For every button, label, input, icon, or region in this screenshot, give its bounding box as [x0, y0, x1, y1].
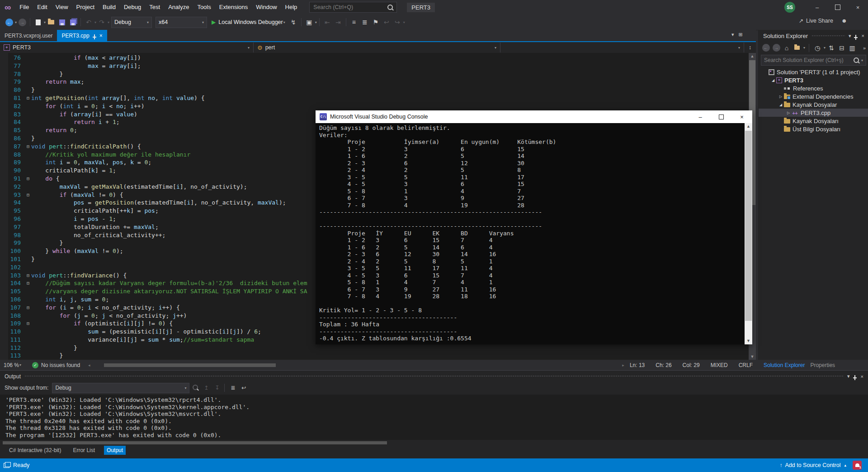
menu-project[interactable]: Project	[72, 0, 99, 14]
code-text[interactable]: totalDuration += maxVal;	[31, 223, 159, 231]
solution-platforms-button[interactable]: ▣	[304, 17, 315, 28]
line-number[interactable]: 82	[0, 102, 21, 110]
code-text[interactable]: return max;	[31, 78, 84, 86]
code-text[interactable]: do {	[31, 175, 60, 183]
code-text[interactable]: if (max < array[i])	[31, 54, 141, 62]
code-text[interactable]: //Düğüm sayısı kadar Varyans deger formu…	[31, 279, 307, 287]
menu-analyze[interactable]: Analyze	[164, 0, 193, 14]
line-number[interactable]: 76	[0, 54, 21, 62]
menu-test[interactable]: Test	[145, 0, 164, 14]
uncomment-lines-button[interactable]: ≣	[359, 17, 370, 28]
fold-marker[interactable]: ⊟	[25, 191, 31, 199]
menu-edit[interactable]: Edit	[33, 0, 51, 14]
code-text[interactable]: //Kritik yol maximum değer ile hesaplanı…	[31, 151, 190, 159]
goto-next-message-icon[interactable]: ↧	[212, 385, 222, 391]
solution-explorer-search-input[interactable]: Search Solution Explorer (Ctrl+ş) ▾	[761, 55, 866, 66]
open-file-button[interactable]	[46, 17, 57, 28]
code-text[interactable]: void pert::findVariance() {	[31, 272, 127, 280]
toolbar-overflow[interactable]: »	[863, 45, 866, 51]
line-number[interactable]: 112	[0, 344, 21, 352]
bookmark-button[interactable]: ⚑	[370, 17, 381, 28]
indent-decrease-button[interactable]: ⇤	[322, 17, 333, 28]
scroll-down-icon[interactable]: ▼	[749, 353, 756, 360]
menu-view[interactable]: View	[52, 0, 72, 14]
configuration-dropdown[interactable]: Debug▾	[111, 17, 152, 28]
line-number[interactable]: 106	[0, 296, 21, 304]
line-number[interactable]: 102	[0, 263, 21, 272]
code-text[interactable]: i = pos - 1;	[31, 215, 116, 223]
code-text[interactable]: for (int i = 0; i < no; i++)	[31, 102, 145, 110]
menu-debug[interactable]: Debug	[120, 0, 145, 14]
filter-dropdown[interactable]: ▾	[824, 46, 826, 50]
fold-marker[interactable]: ⊟	[25, 94, 31, 102]
pin-icon[interactable]	[855, 35, 856, 37]
code-text[interactable]: criticalPath[++k] = pos;	[31, 207, 159, 215]
tab-solution-explorer[interactable]: Solution Explorer	[764, 362, 805, 368]
menu-file[interactable]: File	[15, 0, 33, 14]
run-dropdown[interactable]: ▾	[283, 20, 285, 24]
save-button[interactable]	[57, 17, 67, 28]
word-wrap-icon[interactable]: ↩	[239, 385, 249, 391]
line-number[interactable]: 96	[0, 215, 21, 223]
tree-item-kaynak-dosyalar[interactable]: ◢Kaynak Dosyalar	[759, 100, 868, 109]
tab-pert3-cpp[interactable]: PERT3.cpp ×	[57, 30, 107, 41]
code-text[interactable]: }	[31, 86, 35, 94]
split-editor-handle[interactable]: ↕	[744, 44, 756, 51]
tree-item-references[interactable]: References	[759, 84, 868, 92]
tree-item-external-dependencies[interactable]: ▷External Dependencies	[759, 92, 868, 100]
tab-error-list[interactable]: Error List	[70, 446, 98, 455]
previous-bookmark-button[interactable]: ↩	[381, 17, 392, 28]
console-close-button[interactable]: ×	[731, 110, 752, 123]
code-text[interactable]: //varyans deger dizisine aktarıyoruz.NOT…	[31, 287, 307, 296]
line-number[interactable]: 85	[0, 126, 21, 134]
output-header[interactable]: Output ▾ ×	[0, 371, 868, 382]
show-all-files-button[interactable]: ▥	[848, 43, 857, 53]
indent-increase-button[interactable]: ⇥	[333, 17, 344, 28]
code-text[interactable]: }	[31, 134, 35, 143]
menu-window[interactable]: Window	[252, 0, 281, 14]
attach-to-process-button[interactable]: ↯	[288, 17, 299, 28]
code-text[interactable]: return i + 1;	[31, 118, 120, 126]
line-number[interactable]: 87	[0, 143, 21, 151]
console-output-text[interactable]: Düğüm sayısı 8 olarak belirlenmiştir. Ve…	[316, 123, 752, 342]
close-button[interactable]: ×	[848, 0, 868, 14]
collapse-arrow-icon[interactable]: ◢	[770, 78, 776, 82]
line-number[interactable]: 81	[0, 94, 21, 102]
line-number[interactable]: 90	[0, 167, 21, 175]
navigate-back-button[interactable]: ←	[4, 17, 14, 28]
platform-dropdown[interactable]: x64▾	[156, 17, 207, 28]
search-input[interactable]: Search (Ctrl+Q)	[309, 2, 397, 13]
line-number[interactable]: 89	[0, 158, 21, 167]
code-text[interactable]: }	[31, 255, 35, 263]
notifications-bell[interactable]: 1	[853, 461, 862, 470]
line-number[interactable]: 97	[0, 223, 21, 231]
tab-properties[interactable]: Properties	[810, 362, 835, 368]
code-text[interactable]: return 0;	[31, 126, 77, 134]
code-text[interactable]: if (maxVal != 0) {	[31, 191, 123, 199]
pin-icon[interactable]	[94, 34, 95, 37]
scroll-up-icon[interactable]: ▲	[745, 123, 752, 130]
project-dropdown[interactable]: + PERT3 ▾	[0, 43, 254, 52]
tree-item-st-bilgi-dosyalar[interactable]: Üst Bilgi Dosyaları	[759, 125, 868, 133]
solution-explorer-header[interactable]: Solution Explorer ▾ ×	[759, 30, 868, 42]
pending-changes-filter-button[interactable]: ◷	[813, 43, 822, 53]
close-panel-icon[interactable]: ×	[861, 374, 863, 379]
menu-tools[interactable]: Tools	[193, 0, 215, 14]
redo-dropdown[interactable]: ▾	[108, 20, 109, 24]
tab-list-dropdown[interactable]: ▾	[731, 32, 734, 38]
line-number[interactable]: 95	[0, 207, 21, 215]
line-number[interactable]: 108	[0, 312, 21, 320]
tab-csharp-interactive[interactable]: C# Interactive (32-bit)	[6, 446, 64, 455]
line-number[interactable]: 109	[0, 319, 21, 328]
pin-icon[interactable]	[854, 375, 855, 377]
code-text[interactable]: no_of_critical_activity++;	[31, 231, 165, 239]
code-text[interactable]: }	[31, 352, 63, 360]
undo-button[interactable]: ↶	[83, 17, 94, 28]
code-text[interactable]: if (array[i] == value)	[31, 110, 137, 119]
line-number[interactable]: 77	[0, 62, 21, 70]
fold-marker[interactable]: ⊟	[25, 175, 31, 183]
switch-views-dropdown[interactable]: ▾	[803, 46, 805, 50]
comment-lines-button[interactable]: ≡	[349, 17, 359, 28]
code-text[interactable]: variance[i][j] = sum * sum;//sum=standar…	[31, 336, 254, 344]
code-text[interactable]: }	[31, 344, 77, 352]
